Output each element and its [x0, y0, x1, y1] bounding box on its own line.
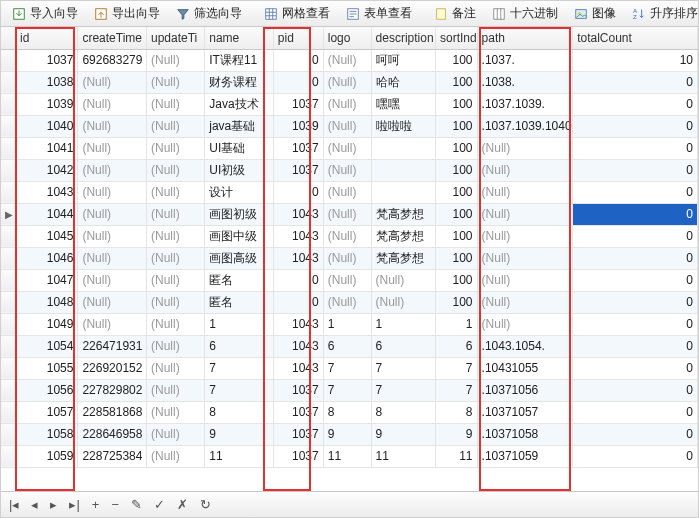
- row-gutter[interactable]: [1, 137, 16, 159]
- cell-logo[interactable]: (Null): [323, 115, 371, 137]
- col-sortindex[interactable]: sortInd: [435, 27, 477, 49]
- cell-id[interactable]: 1054: [16, 335, 78, 357]
- cell-sortindex[interactable]: 100: [435, 269, 477, 291]
- nav-last[interactable]: ▸|: [67, 497, 81, 512]
- form-view-button[interactable]: 表单查看: [339, 2, 419, 25]
- cell-path[interactable]: (Null): [477, 247, 573, 269]
- cell-sortindex[interactable]: 100: [435, 115, 477, 137]
- table-row[interactable]: 1047(Null)(Null)匿名0(Null)(Null)100(Null)…: [1, 269, 698, 291]
- cell-id[interactable]: 1038: [16, 71, 78, 93]
- table-row[interactable]: 1058228646958(Null)91037999.103710580: [1, 423, 698, 445]
- cell-totalcount[interactable]: 0: [573, 93, 698, 115]
- cell-path[interactable]: (Null): [477, 137, 573, 159]
- nav-prev[interactable]: ◂: [29, 497, 40, 512]
- cell-sortindex[interactable]: 100: [435, 137, 477, 159]
- cell-updatetime[interactable]: (Null): [147, 49, 205, 71]
- cell-sortindex[interactable]: 7: [435, 357, 477, 379]
- cell-description[interactable]: 6: [371, 335, 435, 357]
- cell-logo[interactable]: 7: [323, 357, 371, 379]
- cell-id[interactable]: 1044: [16, 203, 78, 225]
- cell-pid[interactable]: 1037: [273, 401, 323, 423]
- cell-updatetime[interactable]: (Null): [147, 225, 205, 247]
- cell-totalcount[interactable]: 0: [573, 313, 698, 335]
- cell-description[interactable]: (Null): [371, 269, 435, 291]
- cell-totalcount[interactable]: 0: [573, 137, 698, 159]
- cell-totalcount[interactable]: 0: [573, 269, 698, 291]
- cell-name[interactable]: java基础: [205, 115, 274, 137]
- cell-name[interactable]: 6: [205, 335, 274, 357]
- cell-logo[interactable]: (Null): [323, 71, 371, 93]
- nav-refresh[interactable]: ↻: [198, 497, 213, 512]
- memo-button[interactable]: 备注: [427, 2, 483, 25]
- cell-id[interactable]: 1058: [16, 423, 78, 445]
- cell-pid[interactable]: 1043: [273, 313, 323, 335]
- table-row[interactable]: 1037692683279(Null)IT课程110(Null)呵呵100.10…: [1, 49, 698, 71]
- cell-pid[interactable]: 1043: [273, 357, 323, 379]
- cell-id[interactable]: 1045: [16, 225, 78, 247]
- row-gutter[interactable]: [1, 357, 16, 379]
- cell-id[interactable]: 1057: [16, 401, 78, 423]
- row-gutter[interactable]: [1, 445, 16, 467]
- cell-totalcount[interactable]: 0: [573, 423, 698, 445]
- cell-totalcount[interactable]: 0: [573, 357, 698, 379]
- cell-logo[interactable]: 1: [323, 313, 371, 335]
- cell-sortindex[interactable]: 100: [435, 71, 477, 93]
- cell-name[interactable]: 匿名: [205, 269, 274, 291]
- cell-path[interactable]: (Null): [477, 291, 573, 313]
- cell-description[interactable]: (Null): [371, 291, 435, 313]
- cell-sortindex[interactable]: 100: [435, 225, 477, 247]
- cell-pid[interactable]: 1037: [273, 423, 323, 445]
- cell-updatetime[interactable]: (Null): [147, 247, 205, 269]
- row-gutter[interactable]: [1, 335, 16, 357]
- cell-logo[interactable]: (Null): [323, 247, 371, 269]
- cell-createtime[interactable]: (Null): [78, 203, 147, 225]
- cell-name[interactable]: 11: [205, 445, 274, 467]
- cell-updatetime[interactable]: (Null): [147, 93, 205, 115]
- cell-id[interactable]: 1059: [16, 445, 78, 467]
- cell-id[interactable]: 1049: [16, 313, 78, 335]
- row-gutter[interactable]: [1, 291, 16, 313]
- cell-createtime[interactable]: (Null): [78, 159, 147, 181]
- cell-createtime[interactable]: 692683279: [78, 49, 147, 71]
- cell-totalcount[interactable]: 0: [573, 247, 698, 269]
- table-row[interactable]: 1049(Null)(Null)11043111(Null)0: [1, 313, 698, 335]
- row-gutter[interactable]: ▶: [1, 203, 16, 225]
- cell-sortindex[interactable]: 7: [435, 379, 477, 401]
- cell-pid[interactable]: 0: [273, 71, 323, 93]
- cell-path[interactable]: .1037.1039.: [477, 93, 573, 115]
- table-row[interactable]: 1042(Null)(Null)UI初级1037(Null)100(Null)0: [1, 159, 698, 181]
- nav-edit[interactable]: ✎: [129, 497, 144, 512]
- cell-id[interactable]: 1046: [16, 247, 78, 269]
- cell-description[interactable]: [371, 137, 435, 159]
- row-gutter[interactable]: [1, 423, 16, 445]
- cell-description[interactable]: 9: [371, 423, 435, 445]
- col-pid[interactable]: pid: [273, 27, 323, 49]
- cell-pid[interactable]: 1037: [273, 445, 323, 467]
- table-row[interactable]: 1059228725384(Null)111037111111.10371059…: [1, 445, 698, 467]
- hex-button[interactable]: 十六进制: [485, 2, 565, 25]
- row-gutter[interactable]: [1, 93, 16, 115]
- cell-name[interactable]: 1: [205, 313, 274, 335]
- cell-description[interactable]: 7: [371, 379, 435, 401]
- filter-wizard-button[interactable]: 筛选向导: [169, 2, 249, 25]
- cell-name[interactable]: Java技术: [205, 93, 274, 115]
- cell-name[interactable]: IT课程11: [205, 49, 274, 71]
- cell-createtime[interactable]: 226920152: [78, 357, 147, 379]
- cell-name[interactable]: 7: [205, 357, 274, 379]
- cell-id[interactable]: 1040: [16, 115, 78, 137]
- cell-createtime[interactable]: 228725384: [78, 445, 147, 467]
- row-gutter[interactable]: [1, 49, 16, 71]
- cell-path[interactable]: (Null): [477, 159, 573, 181]
- cell-id[interactable]: 1055: [16, 357, 78, 379]
- cell-name[interactable]: 匿名: [205, 291, 274, 313]
- cell-updatetime[interactable]: (Null): [147, 71, 205, 93]
- cell-description[interactable]: 呵呵: [371, 49, 435, 71]
- cell-pid[interactable]: 0: [273, 181, 323, 203]
- cell-description[interactable]: 梵高梦想: [371, 225, 435, 247]
- cell-totalcount[interactable]: 10: [573, 49, 698, 71]
- cell-updatetime[interactable]: (Null): [147, 401, 205, 423]
- data-grid[interactable]: id createTime updateTi name pid logo des…: [1, 27, 698, 491]
- cell-totalcount[interactable]: 0: [573, 203, 698, 225]
- table-row[interactable]: 1054226471931(Null)61043666.1043.1054.0: [1, 335, 698, 357]
- cell-logo[interactable]: (Null): [323, 225, 371, 247]
